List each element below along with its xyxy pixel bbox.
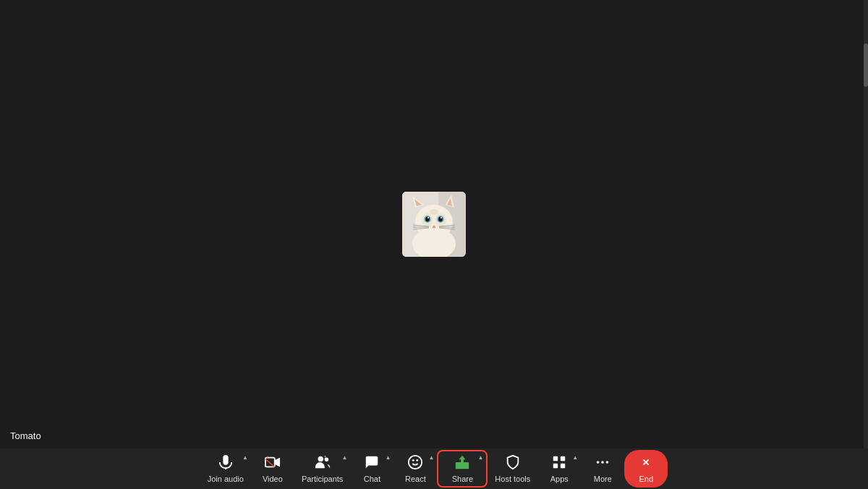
host-tools-button[interactable]: Host tools — [488, 451, 537, 486]
svg-rect-38 — [553, 464, 558, 468]
participant-name-label: Tomato — [10, 430, 41, 441]
svg-point-12 — [425, 217, 430, 222]
svg-point-41 — [601, 461, 604, 464]
join-audio-icon — [218, 454, 234, 472]
svg-point-28 — [318, 456, 323, 462]
share-label: Share — [452, 475, 473, 483]
svg-text:1: 1 — [323, 454, 326, 461]
scrollbar[interactable] — [864, 0, 868, 448]
svg-point-31 — [409, 456, 422, 469]
share-icon — [454, 454, 470, 472]
more-label: More — [594, 475, 612, 483]
more-icon — [595, 454, 610, 472]
join-audio-button[interactable]: ▲ Join audio — [200, 451, 251, 486]
join-audio-chevron-icon: ▲ — [242, 454, 248, 461]
chat-label: Chat — [364, 475, 380, 483]
participants-chevron-icon: ▲ — [341, 454, 347, 461]
chat-button[interactable]: ▲ Chat — [350, 451, 393, 486]
toolbar: ▲ Join audio Video ▲ — [0, 448, 868, 489]
svg-point-14 — [427, 217, 429, 218]
svg-point-15 — [441, 217, 442, 218]
react-chevron-icon: ▲ — [428, 454, 434, 461]
end-icon — [638, 454, 654, 472]
video-label: Video — [263, 475, 283, 483]
participants-label: Participants — [302, 475, 343, 483]
apps-icon — [551, 454, 567, 472]
svg-marker-27 — [275, 458, 280, 467]
video-button[interactable]: Video — [251, 451, 294, 486]
svg-point-23 — [430, 209, 438, 215]
apps-button[interactable]: ▲ Apps — [537, 451, 581, 486]
svg-point-13 — [438, 217, 443, 222]
share-button[interactable]: ▲ Share — [437, 450, 488, 488]
scrollbar-thumb[interactable] — [864, 43, 868, 87]
main-video-area: Tomato — [0, 0, 868, 448]
end-button[interactable]: End — [624, 450, 668, 488]
end-label: End — [639, 475, 653, 483]
participants-icon: 1 — [315, 454, 331, 472]
svg-rect-39 — [561, 464, 565, 468]
host-tools-label: Host tools — [495, 475, 530, 483]
svg-line-26 — [265, 459, 275, 467]
chat-chevron-icon: ▲ — [385, 454, 391, 461]
react-icon — [407, 454, 423, 472]
apps-chevron-icon: ▲ — [572, 454, 578, 461]
apps-label: Apps — [550, 475, 569, 483]
react-label: React — [405, 475, 426, 483]
join-audio-label: Join audio — [208, 475, 244, 483]
svg-point-40 — [597, 461, 600, 464]
svg-rect-37 — [561, 456, 565, 461]
svg-point-42 — [606, 461, 609, 464]
react-button[interactable]: ▲ React — [393, 451, 437, 486]
svg-rect-36 — [553, 456, 558, 461]
participants-button[interactable]: ▲ 1 Participants — [294, 451, 350, 486]
participant-video — [402, 192, 466, 257]
chat-icon — [364, 454, 380, 472]
share-chevron-icon: ▲ — [477, 454, 483, 461]
video-icon — [265, 454, 281, 472]
host-tools-icon — [505, 454, 521, 472]
more-button[interactable]: More — [581, 451, 624, 486]
